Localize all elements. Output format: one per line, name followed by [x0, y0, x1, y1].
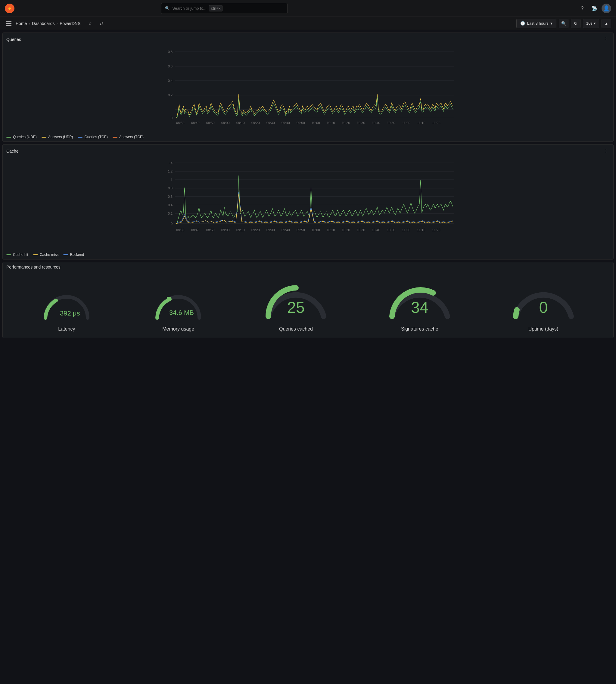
- legend-color-cache-miss: [33, 255, 38, 255]
- share-button[interactable]: ⇄: [97, 19, 106, 28]
- cache-chart-container: 1.4 1.2 1 0.8 0.6 0.4 0.2 0 08:30 08:40 …: [3, 157, 613, 250]
- zoom-out-button[interactable]: 🔍: [559, 19, 568, 28]
- svg-text:09:20: 09:20: [251, 121, 260, 125]
- refresh-button[interactable]: ↻: [571, 19, 580, 28]
- svg-text:10:40: 10:40: [372, 228, 380, 232]
- legend-label-queries-udp: Queries (UDP): [13, 135, 37, 139]
- help-button[interactable]: ?: [577, 4, 587, 13]
- svg-text:09:50: 09:50: [296, 121, 305, 125]
- search-bar[interactable]: 🔍 Search or jump to... ctrl+k: [161, 3, 288, 14]
- legend-color-cache-hit: [6, 255, 11, 255]
- chevron-down-icon-2: ▾: [594, 21, 596, 26]
- svg-rect-67: [167, 297, 171, 301]
- svg-text:11:00: 11:00: [402, 121, 410, 125]
- cache-panel-menu[interactable]: ⋮: [602, 147, 610, 155]
- svg-text:11:20: 11:20: [432, 228, 440, 232]
- toolbar-right: 🕐 Last 3 hours ▾ 🔍 ↻ 10s ▾ ▲: [516, 19, 611, 28]
- queries-cached-gauge-svg: 25: [263, 277, 329, 324]
- gauge-signatures-cache: 34 Signatures cache: [387, 277, 453, 332]
- star-button[interactable]: ☆: [85, 19, 95, 28]
- user-avatar[interactable]: 👤: [601, 4, 611, 13]
- time-range-label: Last 3 hours: [527, 21, 549, 26]
- svg-text:0.6: 0.6: [168, 195, 173, 198]
- svg-point-65: [54, 299, 58, 302]
- toolbar: Home › Dashboards › PowerDNS ☆ ⇄ 🕐 Last …: [0, 17, 616, 30]
- queries-cached-label: Queries cached: [279, 326, 313, 332]
- svg-text:09:00: 09:00: [221, 121, 230, 125]
- legend-color-answers-tcp: [113, 137, 117, 138]
- legend-color-answers-udp: [42, 137, 46, 138]
- performances-panel-title: Performances and resources: [6, 265, 610, 269]
- breadcrumb-dashboards[interactable]: Dashboards: [32, 21, 55, 26]
- svg-text:1.2: 1.2: [168, 170, 173, 173]
- svg-text:0: 0: [171, 222, 173, 225]
- nav-right: ? 📡 👤: [577, 4, 611, 13]
- cache-chart: 1.4 1.2 1 0.8 0.6 0.4 0.2 0 08:30 08:40 …: [6, 157, 610, 248]
- legend-cache-hit: Cache hit: [6, 252, 28, 257]
- queries-chart-container: 0.8 0.6 0.4 0.2 0 08:30 08:40 08:50 09:0…: [3, 46, 613, 132]
- svg-text:0.4: 0.4: [168, 203, 173, 207]
- svg-text:09:10: 09:10: [236, 121, 245, 125]
- svg-text:0.2: 0.2: [168, 93, 173, 97]
- gauge-memory: 34.6 MB Memory usage: [151, 288, 205, 332]
- svg-text:11:20: 11:20: [432, 121, 440, 125]
- svg-text:0.2: 0.2: [168, 212, 173, 215]
- svg-text:08:30: 08:30: [176, 228, 184, 232]
- latency-gauge-svg: 392 μs: [40, 288, 94, 324]
- collapse-button[interactable]: ▲: [601, 19, 611, 28]
- svg-text:392 μs: 392 μs: [60, 309, 80, 317]
- svg-text:09:30: 09:30: [266, 228, 275, 232]
- search-icon: 🔍: [165, 6, 170, 10]
- svg-text:10:10: 10:10: [327, 228, 335, 232]
- svg-text:34.6 MB: 34.6 MB: [169, 309, 194, 316]
- memory-label: Memory usage: [162, 326, 194, 332]
- svg-text:0.6: 0.6: [168, 64, 173, 68]
- time-range-button[interactable]: 🕐 Last 3 hours ▾: [516, 19, 556, 28]
- svg-text:09:30: 09:30: [266, 121, 275, 125]
- svg-text:10:30: 10:30: [357, 228, 365, 232]
- legend-cache-miss: Cache miss: [33, 252, 59, 257]
- svg-text:10:30: 10:30: [357, 121, 365, 125]
- legend-backend: Backend: [63, 252, 84, 257]
- cache-panel: Cache ⋮ 1.4 1.2 1 0.8 0.6 0.4: [2, 144, 614, 260]
- queries-panel-menu[interactable]: ⋮: [602, 35, 610, 43]
- gauge-queries-cached: 25 Queries cached: [263, 277, 329, 332]
- svg-text:1.4: 1.4: [168, 161, 173, 165]
- svg-text:0.8: 0.8: [168, 186, 173, 190]
- svg-text:09:10: 09:10: [236, 228, 245, 232]
- queries-panel-header: Queries ⋮: [3, 33, 613, 46]
- toolbar-actions: ☆ ⇄: [85, 19, 106, 28]
- legend-label-cache-hit: Cache hit: [13, 252, 28, 257]
- svg-text:09:40: 09:40: [282, 121, 290, 125]
- queries-legend: Queries (UDP) Answers (UDP) Queries (TCP…: [3, 132, 613, 141]
- svg-text:08:40: 08:40: [191, 228, 200, 232]
- legend-answers-tcp: Answers (TCP): [113, 135, 144, 139]
- queries-chart: 0.8 0.6 0.4 0.2 0 08:30 08:40 08:50 09:0…: [6, 46, 610, 130]
- news-button[interactable]: 📡: [590, 4, 599, 13]
- svg-text:08:30: 08:30: [176, 121, 184, 125]
- svg-text:08:50: 08:50: [206, 228, 215, 232]
- queries-panel-title: Queries: [6, 37, 21, 42]
- top-nav: ⚡ 🔍 Search or jump to... ctrl+k ? 📡 👤: [0, 0, 616, 17]
- main-content: Queries ⋮ 0.8 0.6 0.4 0.2 0 08:30 08:4: [0, 30, 616, 340]
- svg-text:25: 25: [287, 299, 305, 316]
- hamburger-menu[interactable]: [5, 19, 13, 28]
- svg-text:10:20: 10:20: [342, 121, 350, 125]
- uptime-label: Uptime (days): [528, 326, 558, 332]
- cache-panel-title: Cache: [6, 149, 18, 154]
- svg-text:34: 34: [411, 299, 428, 316]
- interval-button[interactable]: 10s ▾: [583, 19, 599, 28]
- latency-label: Latency: [58, 326, 75, 332]
- grafana-logo[interactable]: ⚡: [5, 4, 15, 13]
- interval-label: 10s: [586, 21, 593, 26]
- cache-legend: Cache hit Cache miss Backend: [3, 250, 613, 259]
- legend-answers-udp: Answers (UDP): [42, 135, 73, 139]
- breadcrumb-home[interactable]: Home: [16, 21, 27, 26]
- legend-label-backend: Backend: [70, 252, 84, 257]
- svg-text:09:20: 09:20: [251, 228, 260, 232]
- signatures-cache-gauge-svg: 34: [387, 277, 453, 324]
- svg-text:11:10: 11:10: [417, 228, 425, 232]
- svg-text:11:10: 11:10: [417, 121, 425, 125]
- legend-label-answers-tcp: Answers (TCP): [119, 135, 144, 139]
- legend-label-cache-miss: Cache miss: [40, 252, 59, 257]
